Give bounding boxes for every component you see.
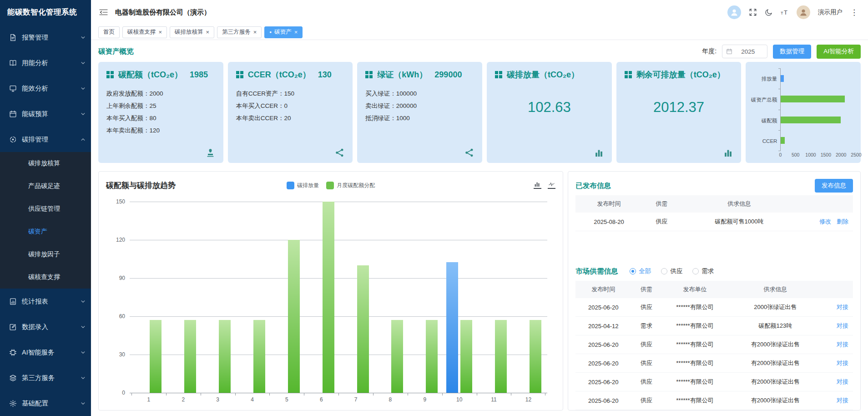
fullscreen-icon[interactable] — [749, 8, 757, 16]
assistant-avatar[interactable] — [727, 5, 741, 19]
ai-analysis-button[interactable]: AI智能分析 — [817, 45, 861, 59]
chevron-down-icon — [81, 350, 86, 355]
tab-label: 碳资产 — [274, 28, 292, 36]
chevron-down-icon — [81, 61, 86, 66]
more-menu-icon[interactable]: ⋮ — [850, 8, 858, 17]
market-info-title: 市场供需信息 — [575, 267, 618, 276]
sidebar-subitem[interactable]: 碳资产 — [0, 220, 91, 243]
connect-link[interactable]: 对接 — [837, 322, 848, 329]
overview-header-row: 碳资产概览 年度: 2025 数据管理 AI智能分析 — [98, 44, 861, 59]
data-manage-button[interactable]: 数据管理 — [773, 45, 811, 59]
sidebar-subitem[interactable]: 碳核查支撑 — [0, 266, 91, 289]
bar-quota[interactable] — [184, 320, 196, 393]
bar-quota[interactable] — [288, 240, 300, 393]
x-axis-tick-label: 8 — [373, 396, 408, 403]
sidebar-item[interactable]: AI智能服务 — [0, 340, 91, 365]
kpi-card-value: 130 — [318, 70, 332, 80]
bar-quota[interactable] — [530, 320, 541, 393]
month-bar-group — [338, 202, 373, 393]
font-size-icon[interactable]: TT — [781, 8, 789, 16]
connect-link[interactable]: 对接 — [837, 397, 848, 404]
bar-quota[interactable] — [357, 265, 369, 393]
cell-action: 对接 — [823, 335, 853, 354]
tab-item[interactable]: ●碳资产× — [264, 26, 303, 38]
collapse-sidebar-icon[interactable] — [99, 9, 108, 16]
tab-item[interactable]: 碳排放核算× — [170, 26, 214, 38]
connect-link[interactable]: 对接 — [837, 378, 848, 385]
sidebar-item[interactable]: 报警管理 — [0, 25, 91, 50]
bar-quota[interactable] — [150, 320, 161, 393]
tab-item[interactable]: 碳核查支撑× — [122, 26, 167, 38]
sidebar-submenu: 碳排放核算产品碳足迹供应链管理碳资产碳排放因子碳核查支撑 — [0, 152, 91, 289]
tab-item[interactable]: 第三方服务× — [217, 26, 262, 38]
stamp-icon — [206, 148, 215, 157]
user-name[interactable]: 演示用户 — [818, 8, 843, 16]
legend-item[interactable]: 碳排放量 — [287, 182, 319, 189]
bar-quota[interactable] — [460, 320, 472, 393]
sidebar-item[interactable]: 统计报表 — [0, 289, 91, 314]
close-icon[interactable]: × — [159, 29, 162, 35]
sidebar-subitem[interactable]: 供应链管理 — [0, 198, 91, 220]
bar-quota[interactable] — [426, 320, 438, 393]
market-filter-radio[interactable]: 全部 — [630, 267, 651, 275]
market-info-table: 发布时间供需发布单位供求信息 2025-06-20供应******有限公司200… — [575, 281, 853, 410]
connect-link[interactable]: 对接 — [837, 304, 848, 310]
market-filter-radio[interactable]: 供应 — [661, 267, 682, 275]
cell-info: 碳配额可售1000吨 — [681, 213, 797, 231]
close-icon[interactable]: × — [253, 29, 257, 35]
delete-link[interactable]: 删除 — [837, 218, 848, 225]
user-avatar[interactable] — [797, 5, 810, 19]
table-column-header: 发布单位 — [661, 281, 728, 298]
trend-chart-tools — [534, 182, 555, 189]
chevron-down-icon — [81, 375, 86, 380]
cell-date: 2025-06-20 — [575, 298, 631, 317]
market-filter-radio[interactable]: 需求 — [692, 267, 714, 275]
mini-chart-x-tick-label: 0 — [779, 152, 782, 157]
sidebar-subitem[interactable]: 产品碳足迹 — [0, 175, 91, 198]
gear-icon — [9, 400, 17, 407]
kpi-card-title: 绿证（kWh） — [377, 69, 427, 80]
table-column-header: 供需 — [642, 195, 681, 213]
mini-chart-category-labels: 排放量碳资产总额碳配额CCER — [747, 68, 780, 151]
close-icon[interactable]: × — [206, 29, 210, 35]
dark-mode-moon-icon[interactable] — [765, 8, 773, 16]
line-chart-toggle-icon[interactable] — [548, 182, 555, 189]
year-input[interactable]: 2025 — [722, 45, 767, 58]
bar-chart-toggle-icon[interactable] — [534, 182, 541, 189]
cell-org: ******有限公司 — [661, 298, 728, 317]
mini-chart-bars — [780, 68, 856, 151]
bar-quota[interactable] — [391, 320, 403, 393]
kpi-card-detail-line: 买入绿证：100000 — [365, 87, 474, 100]
connect-link[interactable]: 对接 — [837, 360, 848, 366]
mini-chart-category-label: 碳配额 — [747, 117, 780, 124]
sidebar-item[interactable]: 能碳预算 — [0, 101, 91, 127]
tab-label: 碳排放核算 — [175, 28, 203, 36]
sidebar-item[interactable]: 第三方服务 — [0, 365, 91, 391]
sidebar-item[interactable]: 能效分析 — [0, 76, 91, 101]
sidebar-item[interactable]: 数据录入 — [0, 314, 91, 340]
bar-quota[interactable] — [219, 320, 231, 393]
connect-link[interactable]: 对接 — [837, 341, 848, 348]
mini-chart-bar — [781, 117, 841, 123]
year-label: 年度: — [702, 47, 717, 56]
close-icon[interactable]: × — [294, 29, 298, 35]
report-icon — [9, 298, 17, 305]
kpi-card-value: 299000 — [434, 70, 462, 80]
sidebar-item[interactable]: 用能分析 — [0, 50, 91, 76]
bar-quota[interactable] — [253, 320, 265, 393]
carbon-icon — [9, 136, 17, 143]
table-column-header: 供求信息 — [728, 281, 823, 298]
radio-dot-icon — [630, 268, 636, 274]
bar-emission[interactable] — [446, 262, 458, 393]
legend-item[interactable]: 月度碳配额分配 — [326, 182, 375, 189]
sidebar-item[interactable]: 基础配置 — [0, 391, 91, 416]
edit-link[interactable]: 修改 — [819, 218, 831, 225]
sidebar-subitem[interactable]: 碳排放因子 — [0, 243, 91, 266]
bar-quota[interactable] — [495, 320, 507, 393]
sidebar-subitem[interactable]: 碳排放核算 — [0, 152, 91, 175]
mini-chart-category-label: 排放量 — [747, 76, 780, 82]
sidebar-item[interactable]: 碳排管理 — [0, 127, 91, 152]
publish-info-button[interactable]: 发布信息 — [815, 179, 853, 193]
bar-quota[interactable] — [323, 202, 334, 393]
tab-item[interactable]: 首页 — [98, 26, 120, 38]
